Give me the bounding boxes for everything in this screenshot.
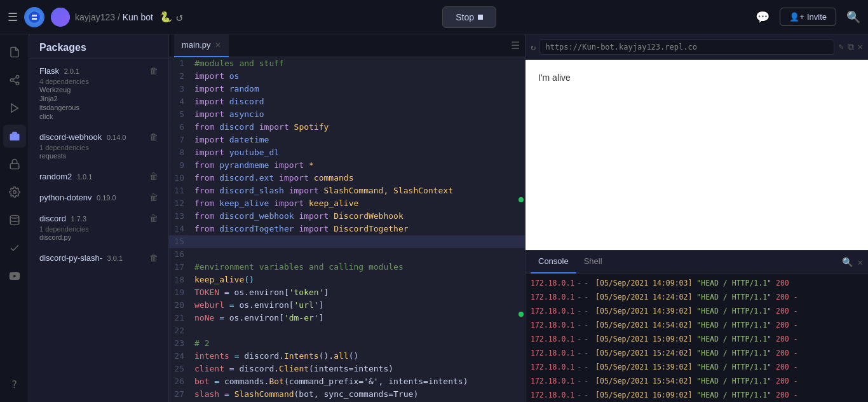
package-name: Flask 2.0.1 — [39, 66, 79, 76]
tab-shell[interactable]: Shell — [576, 251, 610, 274]
stop-button[interactable]: Stop — [442, 6, 496, 28]
console-line: 172.18.0.1 - - [05/Sep/2021 14:09:03] "H… — [526, 276, 868, 290]
line-content[interactable]: from discord_slash import SlashCommand, … — [194, 184, 525, 197]
line-content[interactable]: TOKEN = os.environ['token'] — [194, 286, 525, 299]
line-content[interactable]: intents = discord.Intents().all() — [194, 350, 525, 363]
line-content[interactable] — [194, 248, 525, 261]
package-delete-icon[interactable]: 🗑 — [149, 66, 158, 76]
line-content[interactable]: import datetime — [194, 134, 525, 146]
sidebar-item-checkmark[interactable] — [3, 237, 26, 260]
packages-title: Packages — [29, 34, 168, 59]
console-dash: - — [577, 333, 581, 345]
webview-edit-icon[interactable]: ✎ — [838, 41, 843, 52]
line-content[interactable]: from keep_alive import keep_alive — [194, 197, 517, 210]
line-content[interactable]: from discord import Spotify — [194, 121, 525, 134]
code-area[interactable]: 1#modules and stuff2import os3import ran… — [169, 57, 525, 402]
line-number: 20 — [169, 299, 194, 312]
line-content[interactable]: slash = SlashCommand(bot, sync_commands=… — [194, 388, 525, 401]
sidebar-item-help[interactable]: ? — [3, 373, 26, 396]
line-content[interactable] — [194, 324, 525, 337]
line-content[interactable]: import asyncio — [194, 108, 525, 121]
package-delete-icon[interactable]: 🗑 — [149, 213, 158, 223]
line-content[interactable]: weburl = os.environ['url'] — [194, 299, 525, 312]
line-content[interactable]: import os — [194, 70, 525, 83]
package-dep: click — [39, 112, 158, 121]
svg-rect-8 — [10, 163, 19, 169]
tab-main-py[interactable]: main.py ✕ — [174, 34, 229, 57]
editor-menu-icon[interactable]: ☰ — [511, 39, 520, 52]
line-content[interactable]: keep_alive() — [194, 274, 525, 286]
line-content[interactable]: from discord.ext import commands — [194, 172, 525, 184]
package-item: discord-py-slash- 3.0.1 🗑 — [29, 246, 168, 267]
code-line: 12from keep_alive import keep_alive — [169, 197, 525, 210]
search-icon[interactable]: 🔍 — [846, 10, 860, 24]
line-content[interactable]: import youtube_dl — [194, 146, 525, 159]
webview-external-icon[interactable]: ⧉ — [848, 41, 854, 52]
sidebar-item-youtube[interactable] — [3, 265, 26, 288]
code-line: 13from discord_webhook import DiscordWeb… — [169, 210, 525, 223]
console-status: 200 - — [776, 333, 798, 345]
hamburger-icon[interactable]: ☰ — [8, 10, 18, 24]
line-number: 8 — [169, 146, 194, 159]
sidebar-item-run[interactable] — [3, 97, 26, 120]
line-number: 14 — [169, 223, 194, 235]
sidebar-item-packages[interactable] — [3, 125, 26, 148]
console-dash2: - — [584, 277, 588, 289]
webview-url-bar[interactable]: https://Kun-bot.kayjay123.repl.co — [539, 39, 834, 55]
chat-icon[interactable]: 💬 — [756, 10, 770, 24]
console-dash: - — [577, 305, 581, 317]
sidebar-item-files[interactable] — [3, 41, 26, 64]
sidebar-item-share[interactable] — [3, 69, 26, 92]
line-content[interactable]: import random — [194, 83, 525, 95]
package-delete-icon[interactable]: 🗑 — [149, 171, 158, 181]
svg-point-10 — [10, 216, 19, 219]
webview-content: I'm alive — [526, 60, 868, 250]
package-delete-icon[interactable]: 🗑 — [149, 132, 158, 142]
sidebar-item-lock[interactable] — [3, 153, 26, 176]
line-content[interactable]: from pyrandmeme import * — [194, 159, 525, 172]
tab-console[interactable]: Console — [531, 251, 576, 274]
line-number: 27 — [169, 388, 194, 401]
sidebar-item-settings[interactable] — [3, 181, 26, 204]
code-line: 1#modules and stuff — [169, 57, 525, 70]
console-timestamp: [05/Sep/2021 16:09:02] — [595, 389, 692, 401]
webview-close-icon[interactable]: ✕ — [858, 41, 863, 52]
line-content[interactable]: from discordTogether import DiscordToget… — [194, 223, 525, 235]
package-dep: discord.py — [39, 233, 158, 242]
line-number: 18 — [169, 274, 194, 286]
package-name: discord-py-slash- 3.0.1 — [39, 253, 123, 263]
console-dash: - — [577, 347, 581, 359]
invite-button[interactable]: 👤+ Invite — [780, 8, 836, 26]
line-content[interactable]: # 2 — [194, 337, 525, 350]
sidebar: ? — [0, 34, 29, 402]
package-dep: requests — [39, 151, 158, 160]
line-content[interactable]: #modules and stuff — [194, 57, 525, 70]
console-close-icon[interactable]: ✕ — [858, 257, 863, 267]
main-area: ? Packages Flask 2.0.1 🗑 4 dependenciesW… — [0, 34, 868, 402]
line-content[interactable] — [194, 235, 525, 248]
console-search-icon[interactable]: 🔍 — [842, 257, 853, 267]
line-content[interactable]: import discord — [194, 95, 525, 108]
line-content[interactable]: client = discord.Client(intents=intents) — [194, 363, 525, 375]
package-delete-icon[interactable]: 🗑 — [149, 253, 158, 263]
package-delete-icon[interactable]: 🗑 — [149, 192, 158, 202]
console-output: 172.18.0.1 - - [05/Sep/2021 14:09:03] "H… — [526, 274, 868, 402]
code-line: 19TOKEN = os.environ['token'] — [169, 286, 525, 299]
tab-close-icon[interactable]: ✕ — [215, 41, 221, 50]
line-content[interactable]: from discord_webhook import DiscordWebho… — [194, 210, 525, 223]
line-number: 22 — [169, 324, 194, 337]
history-icon[interactable]: ↺ — [176, 10, 183, 24]
line-number: 16 — [169, 248, 194, 261]
line-content[interactable]: noNe = os.environ['dm-er'] — [194, 312, 517, 324]
console-request: "HEAD / HTTP/1.1" — [696, 361, 771, 373]
line-content[interactable]: bot = commands.Bot(command_prefix='&', i… — [194, 375, 525, 388]
line-content[interactable]: #environment variables and calling modul… — [194, 261, 525, 274]
webview-refresh-icon[interactable]: ↻ — [531, 42, 536, 52]
package-name: random2 1.0.1 — [39, 172, 92, 181]
webview-actions: ✎ ⧉ ✕ — [838, 41, 863, 52]
green-indicator — [519, 197, 524, 202]
line-number: 9 — [169, 159, 194, 172]
code-line: 22 — [169, 324, 525, 337]
sidebar-item-database[interactable] — [3, 209, 26, 232]
console-dash: - — [577, 277, 581, 289]
